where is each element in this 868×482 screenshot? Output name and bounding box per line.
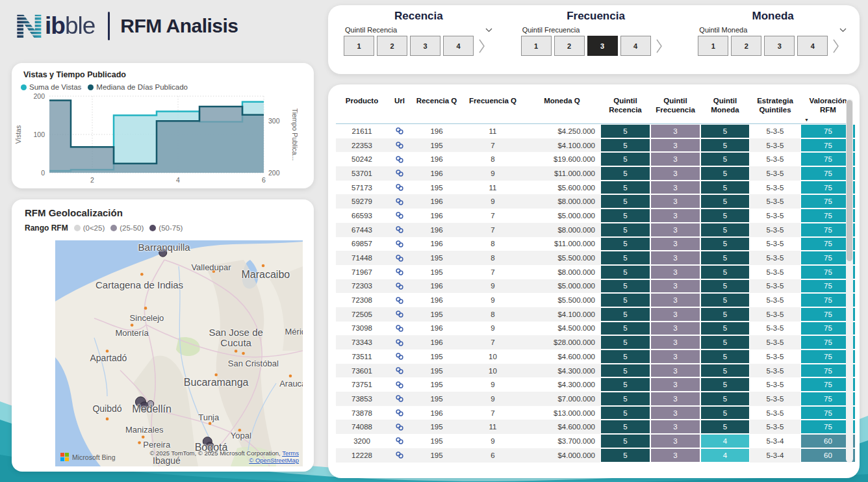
url-link-icon[interactable] <box>388 209 411 223</box>
url-link-icon[interactable] <box>388 251 411 265</box>
cell-estrategia: 5-3-5 <box>750 322 800 336</box>
url-link-icon[interactable] <box>388 448 411 463</box>
rango-dot-icon <box>149 225 156 231</box>
chevron-down-icon[interactable] <box>839 26 847 34</box>
url-link-icon[interactable] <box>388 406 411 420</box>
cell-moneda_q: $7.000.000 <box>524 392 600 406</box>
url-link-icon[interactable] <box>388 349 411 364</box>
quintil-button-recencia-3[interactable]: 3 <box>410 36 440 56</box>
url-link-icon[interactable] <box>388 364 411 378</box>
url-link-icon[interactable] <box>388 420 411 434</box>
poi-dot <box>235 349 238 353</box>
column-header-quintil_recencia[interactable]: Quintil Recencia <box>600 94 650 123</box>
next-values-arrow-icon[interactable] <box>656 38 662 54</box>
quintil-button-frecuencia-3[interactable]: 3 <box>587 36 618 56</box>
url-link-icon[interactable] <box>388 335 411 349</box>
cell-frecuencia_q: 11 <box>462 420 524 434</box>
cell-frecuencia_q: 9 <box>462 322 524 336</box>
next-values-arrow-icon[interactable] <box>479 38 485 54</box>
cell-producto: 72505 <box>336 307 388 322</box>
chevron-down-icon[interactable] <box>485 26 492 34</box>
url-link-icon[interactable] <box>388 181 411 195</box>
next-values-arrow-icon[interactable] <box>833 38 839 54</box>
cell-frecuencia_q: 8 <box>462 307 524 322</box>
column-header-estrategia[interactable]: Estrategia Quintiles <box>750 94 800 123</box>
cell-recencia_q: 195 <box>411 392 462 406</box>
column-header-recencia_q[interactable]: Recencia Q <box>411 94 462 123</box>
column-header-quintil_frecuencia[interactable]: Quintil Frecuencia <box>650 94 700 123</box>
cell-moneda_q: $4.500.000 <box>524 322 600 336</box>
url-link-icon[interactable] <box>388 434 411 448</box>
column-header-quintil_moneda[interactable]: Quintil Moneda <box>700 94 750 123</box>
table-row: 223531957$4.100.0005355-3-575 <box>336 138 848 153</box>
legend-dot-icon <box>88 84 94 90</box>
scrollbar-thumb[interactable] <box>847 100 852 261</box>
map-terms-link[interactable]: Terms <box>282 450 299 457</box>
cell-estrategia: 5-3-5 <box>750 406 800 420</box>
cell-quintil_recencia: 5 <box>600 265 650 279</box>
quintil-button-recencia-2[interactable]: 2 <box>377 36 407 56</box>
url-link-icon[interactable] <box>388 322 411 336</box>
cell-quintil_moneda: 5 <box>700 335 750 349</box>
cell-frecuencia_q: 10 <box>462 349 524 364</box>
cell-quintil_recencia: 5 <box>600 406 650 420</box>
cell-quintil_frecuencia: 3 <box>650 237 700 251</box>
quintil-button-recencia-1[interactable]: 1 <box>344 36 374 56</box>
cell-estrategia: 5-3-5 <box>750 152 800 166</box>
bing-map[interactable]: BarranquillaValleduparMaracaiboCartagena… <box>55 240 303 466</box>
table-row: 723081969$5.500.0005355-3-575 <box>336 293 848 307</box>
url-link-icon[interactable] <box>388 152 411 166</box>
cell-quintil_moneda: 5 <box>700 307 750 322</box>
cell-recencia_q: 195 <box>411 181 462 195</box>
quintil-button-moneda-2[interactable]: 2 <box>731 36 761 56</box>
column-header-frecuencia_q[interactable]: Frecuencia Q <box>462 94 524 123</box>
svg-text:200: 200 <box>33 92 45 100</box>
quintil-button-frecuencia-2[interactable]: 2 <box>554 36 585 56</box>
cell-quintil_frecuencia: 3 <box>650 377 700 392</box>
slicer-title-recencia: Recencia <box>344 10 494 23</box>
table-scrollbar[interactable] <box>846 99 853 463</box>
cell-recencia_q: 196 <box>411 152 462 166</box>
cell-quintil_frecuencia: 3 <box>650 251 700 265</box>
quintil-button-recencia-4[interactable]: 4 <box>443 36 474 56</box>
cell-producto: 57173 <box>336 181 388 195</box>
column-header-producto[interactable]: Producto <box>336 94 388 123</box>
city-label: Pereira <box>143 440 170 450</box>
quintil-buttons-frecuencia: 1234 <box>521 36 671 56</box>
brand-n-icon <box>16 12 44 40</box>
url-link-icon[interactable] <box>388 279 411 294</box>
cell-recencia_q: 195 <box>411 307 462 322</box>
url-link-icon[interactable] <box>388 124 411 138</box>
url-link-icon[interactable] <box>388 237 411 251</box>
cell-producto: 53701 <box>336 166 388 181</box>
url-link-icon[interactable] <box>388 377 411 392</box>
table-row: 5717319511$5.600.0005355-3-575 <box>336 181 848 195</box>
url-link-icon[interactable] <box>388 307 411 322</box>
url-link-icon[interactable] <box>388 293 411 307</box>
step-area-chart: 0100200200300246VistasTiempo Publica... <box>12 91 298 188</box>
cell-producto: 73511 <box>336 349 388 364</box>
quintil-button-frecuencia-4[interactable]: 4 <box>620 36 651 56</box>
table-header-row: ProductoUrlRecencia QFrecuencia QMoneda … <box>336 94 848 124</box>
cell-quintil_recencia: 5 <box>600 237 650 251</box>
url-link-icon[interactable] <box>388 194 411 209</box>
cell-estrategia: 5-3-5 <box>750 138 800 153</box>
quintil-button-frecuencia-1[interactable]: 1 <box>521 36 552 56</box>
quintil-button-moneda-1[interactable]: 1 <box>698 36 728 56</box>
url-link-icon[interactable] <box>388 138 411 153</box>
cell-frecuencia_q: 9 <box>462 279 524 294</box>
column-header-url[interactable]: Url <box>388 94 411 123</box>
column-header-moneda_q[interactable]: Moneda Q <box>524 94 600 123</box>
quintil-button-moneda-3[interactable]: 3 <box>764 36 795 56</box>
cell-moneda_q: $5.500.000 <box>524 293 600 307</box>
cell-quintil_recencia: 5 <box>600 138 650 153</box>
url-link-icon[interactable] <box>388 166 411 181</box>
url-link-icon[interactable] <box>388 265 411 279</box>
url-link-icon[interactable] <box>388 223 411 237</box>
city-label: Bucaramanga <box>184 377 249 388</box>
map-osm-link[interactable]: © OpenStreetMap <box>249 457 299 464</box>
url-link-icon[interactable] <box>388 392 411 406</box>
cell-moneda_q: $4.600.000 <box>524 420 600 434</box>
quintil-button-moneda-4[interactable]: 4 <box>797 36 828 56</box>
poi-dot <box>289 375 292 378</box>
